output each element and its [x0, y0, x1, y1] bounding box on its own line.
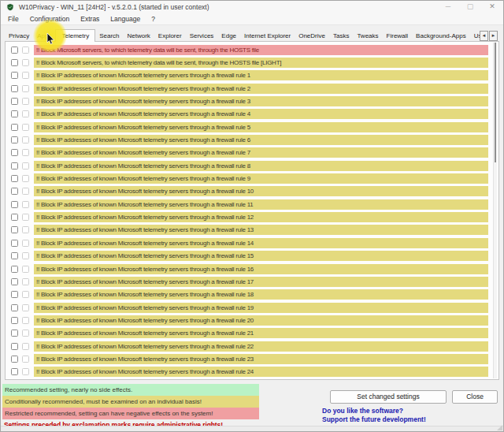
setting-checkbox-default[interactable]	[22, 124, 29, 131]
tab-tasks[interactable]: Tasks	[329, 31, 353, 42]
setting-label: !! Block IP addresses of known Microsoft…	[34, 147, 488, 158]
maximize-button[interactable]: ▢	[459, 1, 481, 13]
setting-label: !! Block IP addresses of known Microsoft…	[34, 328, 488, 338]
setting-checkbox-current[interactable]	[11, 47, 18, 54]
setting-checkbox-current[interactable]	[11, 252, 18, 259]
menu-item-[interactable]: ?	[146, 15, 161, 23]
setting-checkbox-current[interactable]	[11, 59, 18, 66]
setting-checkbox-current[interactable]	[11, 188, 18, 195]
tab-explorer[interactable]: Explorer	[154, 31, 186, 42]
setting-checkbox-default[interactable]	[22, 343, 29, 350]
setting-checkbox-default[interactable]	[22, 214, 29, 221]
tab-services[interactable]: Services	[186, 31, 218, 42]
setting-checkbox-current[interactable]	[11, 85, 18, 92]
setting-checkbox-current[interactable]	[11, 136, 18, 143]
setting-checkbox-current[interactable]	[11, 330, 18, 337]
setting-checkbox-current[interactable]	[11, 343, 18, 350]
setting-label: !! Block IP addresses of known Microsoft…	[34, 186, 488, 196]
setting-checkbox-current[interactable]	[11, 149, 18, 156]
setting-checkbox-current[interactable]	[11, 201, 18, 208]
setting-checkbox-default[interactable]	[22, 59, 29, 66]
setting-checkbox-default[interactable]	[22, 47, 29, 54]
setting-checkbox-current[interactable]	[11, 266, 18, 273]
setting-checkbox-current[interactable]	[11, 356, 18, 363]
setting-label: !! Block IP addresses of known Microsoft…	[34, 315, 488, 326]
setting-checkbox-default[interactable]	[22, 85, 29, 92]
tab-scroll-left-icon[interactable]: ◄	[480, 31, 488, 41]
close-window-button[interactable]: ✕	[481, 1, 503, 13]
setting-checkbox-default[interactable]	[22, 162, 29, 169]
settings-row: !! Block IP addresses of known Microsoft…	[6, 224, 498, 236]
resize-grip[interactable]	[497, 425, 502, 430]
setting-label: !! Block IP addresses of known Microsoft…	[34, 109, 488, 119]
minimize-button[interactable]: ─	[437, 1, 459, 13]
setting-checkbox-default[interactable]	[22, 72, 29, 79]
setting-checkbox-default[interactable]	[22, 98, 29, 105]
tab-firewall[interactable]: Firewall	[383, 31, 413, 42]
tab-privacy[interactable]: Privacy	[5, 31, 33, 42]
setting-checkbox-default[interactable]	[22, 240, 29, 247]
tab-tweaks[interactable]: Tweaks	[353, 31, 382, 42]
setting-checkbox-default[interactable]	[22, 278, 29, 285]
setting-checkbox-current[interactable]	[11, 214, 18, 221]
setting-checkbox-current[interactable]	[11, 72, 18, 79]
settings-row: !! Block IP addresses of known Microsoft…	[6, 159, 498, 172]
tab-scroll-right-icon[interactable]: ►	[489, 31, 498, 41]
setting-checkbox-current[interactable]	[11, 110, 18, 117]
settings-row: !! Block IP addresses of known Microsoft…	[6, 236, 498, 249]
tab-edge[interactable]: Edge	[217, 31, 240, 42]
setting-checkbox-default[interactable]	[22, 304, 29, 311]
setting-label: !! Block IP addresses of known Microsoft…	[34, 354, 488, 364]
settings-row: !! Block IP addresses of known Microsoft…	[6, 133, 498, 146]
setting-checkbox-current[interactable]	[11, 278, 18, 285]
tab-search[interactable]: Search	[95, 31, 123, 42]
setting-checkbox-default[interactable]	[22, 175, 29, 182]
setting-checkbox-current[interactable]	[11, 317, 18, 324]
settings-row: !! Block IP addresses of known Microsoft…	[6, 172, 498, 184]
setting-checkbox-current[interactable]	[11, 124, 18, 131]
setting-checkbox-default[interactable]	[22, 252, 29, 259]
setting-checkbox-default[interactable]	[22, 188, 29, 195]
setting-checkbox-default[interactable]	[22, 317, 29, 324]
setting-checkbox-current[interactable]	[11, 368, 18, 375]
setting-checkbox-default[interactable]	[22, 330, 29, 337]
setting-checkbox-current[interactable]	[11, 304, 18, 311]
setting-checkbox-default[interactable]	[22, 368, 29, 375]
setting-checkbox-default[interactable]	[22, 356, 29, 363]
setting-label: !! Block Microsoft servers, to which tel…	[34, 58, 488, 68]
settings-row: !! Block IP addresses of known Microsoft…	[6, 314, 498, 326]
tab-user-apps[interactable]: User-Apps	[470, 31, 480, 42]
setting-checkbox-default[interactable]	[22, 110, 29, 117]
setting-checkbox-default[interactable]	[22, 291, 29, 298]
close-button[interactable]: Close	[452, 390, 498, 404]
setting-checkbox-current[interactable]	[11, 226, 18, 233]
setting-label: !! Block IP addresses of known Microsoft…	[34, 173, 488, 184]
setting-checkbox-default[interactable]	[22, 226, 29, 233]
setting-checkbox-current[interactable]	[11, 162, 18, 169]
menu-item-language[interactable]: Language	[105, 15, 146, 23]
setting-checkbox-current[interactable]	[11, 240, 18, 247]
menu-item-extras[interactable]: Extras	[75, 15, 105, 23]
setting-checkbox-current[interactable]	[11, 291, 18, 298]
setting-checkbox-current[interactable]	[11, 175, 18, 182]
tab-apps[interactable]: Apps	[33, 31, 55, 42]
tab-onedrive[interactable]: OneDrive	[295, 31, 329, 42]
setting-checkbox-current[interactable]	[11, 98, 18, 105]
tab-internet-explorer[interactable]: Internet Explorer	[240, 31, 295, 42]
setting-checkbox-default[interactable]	[22, 136, 29, 143]
setting-checkbox-default[interactable]	[22, 201, 29, 208]
tab-telemetry[interactable]: Telemetry	[55, 29, 95, 42]
tab-network[interactable]: Network	[124, 31, 154, 42]
setting-checkbox-default[interactable]	[22, 149, 29, 156]
setting-checkbox-default[interactable]	[22, 266, 29, 273]
settings-row: !! Block IP addresses of known Microsoft…	[6, 198, 498, 210]
menu-item-file[interactable]: File	[2, 15, 24, 23]
severity-legend: Recommended setting, nearly no side effe…	[2, 384, 259, 419]
set-changed-settings-button[interactable]: Set changed settings	[330, 390, 447, 404]
tab-background-apps[interactable]: Background-Apps	[412, 31, 470, 42]
menu-item-configuration[interactable]: Configuration	[24, 15, 76, 23]
setting-label: !! Block IP addresses of known Microsoft…	[34, 251, 488, 261]
scrollbar-thumb[interactable]	[495, 43, 496, 162]
tab-scrollers: ◄ ►	[480, 31, 498, 41]
settings-row: !! Block IP addresses of known Microsoft…	[6, 185, 498, 198]
